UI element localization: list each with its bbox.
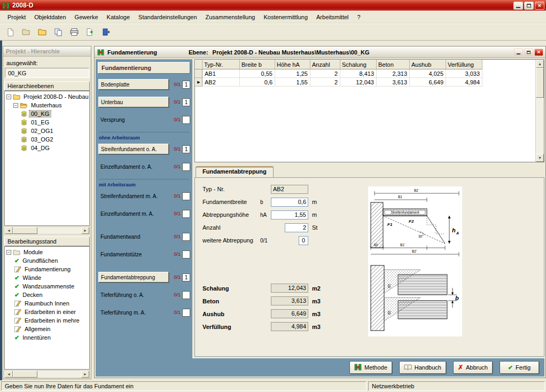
menu-kataloge[interactable]: Kataloge <box>103 12 134 22</box>
tree-expander[interactable]: − <box>13 103 18 108</box>
table-vertical-scrollbar[interactable]: ▲ ▼ <box>535 60 544 162</box>
menu-kostenermittlung[interactable]: Kostenermittlung <box>259 12 312 22</box>
sidebar-item-fundamentabtreppung[interactable]: Fundamentabtreppung <box>98 272 169 283</box>
module-item-erdarbeiten-in-mehre[interactable]: Erdarbeiten in mehre <box>5 316 89 325</box>
minimize-button[interactable] <box>513 2 523 10</box>
table-row[interactable]: ▶AB20,61,55212,0433,6136,6494,984 <box>196 78 482 87</box>
tree-expander[interactable]: − <box>6 95 11 99</box>
tree-item-03-og2[interactable]: 03_OG2 <box>5 135 89 144</box>
tree-item-00-kg[interactable]: 00_KG <box>5 109 89 118</box>
sidebar-value-box[interactable] <box>182 163 190 171</box>
table-row[interactable]: AB10,551,2528,4132,3134,0253,033 <box>196 69 482 78</box>
scroll-down-icon[interactable]: ▼ <box>536 154 544 162</box>
edit-status-header[interactable]: Bearbeitungsstand <box>4 237 90 246</box>
tree-item-01-eg[interactable]: 01_EG <box>5 118 89 127</box>
field-input-anzahl[interactable]: 2 <box>285 223 308 232</box>
sidebar-item-fundamentwand[interactable]: Fundamentwand <box>98 231 169 242</box>
column-header-typ-nr[interactable]: Typ-Nr. <box>202 60 240 69</box>
hierarchy-levels-header[interactable]: Hierarchieebenen <box>4 81 90 91</box>
column-header-breite-b[interactable]: Breite b <box>240 60 275 69</box>
tab-fundamentabtreppung[interactable]: Fundamentabtreppung <box>196 166 274 177</box>
sidebar-item-bodenplatte[interactable]: Bodenplatte <box>98 79 169 90</box>
main-titlebar[interactable]: 2008-D × <box>0 0 546 11</box>
sidebar-value-box[interactable] <box>182 210 190 218</box>
sidebar-item-tieferführung-o-a[interactable]: Tieferführung o. A. <box>98 289 169 300</box>
button-abbruch[interactable]: ✗Abbruch <box>453 361 493 374</box>
module-item-fundamentierung[interactable]: Fundamentierung <box>5 265 89 273</box>
maximize-button[interactable] <box>524 49 533 56</box>
module-item-innentüren[interactable]: ✔Innentüren <box>5 333 89 342</box>
menu-arbeitsmittel[interactable]: Arbeitsmittel <box>312 12 353 22</box>
sidebar-item-einzelfundament-m-a[interactable]: Einzelfundament m. A. <box>98 208 169 219</box>
print-icon[interactable] <box>68 26 80 38</box>
button-handbuch[interactable]: Handbuch <box>399 361 446 374</box>
tree-expander[interactable]: − <box>6 250 11 255</box>
tree-item-module-root[interactable]: −Module <box>5 248 89 256</box>
button-fertig[interactable]: ✔Fertig <box>500 361 539 374</box>
sidebar-value-box[interactable]: 1 <box>182 145 190 153</box>
close-button[interactable]: × <box>535 2 544 10</box>
scrollbar-track[interactable] <box>536 98 544 154</box>
module-item-wandzusammenste[interactable]: ✔Wandzusammenste <box>5 282 89 291</box>
sidebar-value-box[interactable] <box>182 291 190 299</box>
new-document-icon[interactable] <box>4 26 16 38</box>
module-item-decken[interactable]: ✔Decken <box>5 291 89 299</box>
modules-tree-hscrollbar[interactable]: ◄ ► <box>4 370 90 378</box>
module-item-raumbuch-innen[interactable]: Raumbuch Innen <box>5 299 89 308</box>
scroll-left-icon[interactable]: ◄ <box>5 227 13 234</box>
tree-item-projekt-2008-d-neubau[interactable]: −Projekt 2008-D - Neubau <box>5 92 89 101</box>
tree-item-02-og1[interactable]: 02_OG1 <box>5 127 89 135</box>
scrollbar-track[interactable] <box>37 227 81 234</box>
menu-standardeinstellungen[interactable]: Standardeinstellungen <box>134 12 201 22</box>
module-item-allgemein[interactable]: Allgemein <box>5 325 89 333</box>
sidebar-value-box[interactable] <box>182 233 190 241</box>
sidebar-item-streifenfundament-o-a[interactable]: Streifenfundament o. A. <box>98 144 169 154</box>
sidebar-item-unterbau[interactable]: Unterbau <box>98 97 169 107</box>
sidebar-value-box[interactable]: 1 <box>182 98 190 106</box>
hierarchy-tree-hscrollbar[interactable]: ◄ ► <box>4 226 90 234</box>
column-header-anzahl[interactable]: Anzahl <box>310 60 340 69</box>
sidebar-item-streifenfundament-m-a[interactable]: Streifenfundament m. A. <box>98 191 169 201</box>
sidebar-value-box[interactable] <box>182 250 190 258</box>
menu-projekt[interactable]: Projekt <box>3 12 30 22</box>
column-header-schalung[interactable]: Schalung <box>340 60 377 69</box>
sidebar-value-box[interactable] <box>182 309 190 317</box>
column-header-verfüllung[interactable]: Verfüllung <box>446 60 482 69</box>
scroll-left-icon[interactable]: ◄ <box>5 371 13 378</box>
column-header-aushub[interactable]: Aushub <box>410 60 446 69</box>
sidebar-item-fundamentstütze[interactable]: Fundamentstütze <box>98 249 169 260</box>
menu-gewerke[interactable]: Gewerke <box>71 12 103 22</box>
sidebar-value-box[interactable] <box>182 192 190 200</box>
folder-icon[interactable] <box>36 26 48 38</box>
tree-item-04-dg[interactable]: 04_DG <box>5 144 89 152</box>
field-input-abtreppungshöhe[interactable]: 1,55 <box>271 210 308 219</box>
menu-objektdaten[interactable]: Objektdaten <box>30 12 70 22</box>
maximize-button[interactable] <box>524 2 534 10</box>
scroll-up-icon[interactable]: ▲ <box>536 60 544 68</box>
scrollbar-thumb[interactable] <box>536 68 544 98</box>
menu-item[interactable]: ? <box>353 12 365 22</box>
scroll-right-icon[interactable]: ► <box>81 227 89 234</box>
export-icon[interactable] <box>84 26 96 38</box>
close-button[interactable]: × <box>534 49 543 56</box>
sidebar-item-tieferführung-m-a[interactable]: Tieferführung m. A. <box>98 307 169 318</box>
column-header-beton[interactable]: Beton <box>377 60 410 69</box>
tree-item-musterhaus[interactable]: −Musterhaus <box>5 101 89 109</box>
minimize-button[interactable] <box>514 49 523 56</box>
menu-zusammenstellung[interactable]: Zusammenstellung <box>201 12 260 22</box>
button-methode[interactable]: Methode <box>349 361 392 374</box>
copy-icon[interactable] <box>52 26 64 38</box>
module-item-wände[interactable]: ✔Wände <box>5 273 89 282</box>
field-input-weitere-abtreppung[interactable]: 0 <box>299 236 308 245</box>
sidebar-value-box[interactable] <box>182 116 190 124</box>
module-item-erdarbeiten-in-einer[interactable]: Erdarbeiten in einer <box>5 308 89 316</box>
sidebar-value-box[interactable]: 1 <box>182 81 190 89</box>
open-project-icon[interactable] <box>20 26 32 38</box>
module-item-grundflächen[interactable]: ✔Grundflächen <box>5 256 89 265</box>
scrollbar-thumb[interactable] <box>13 371 37 378</box>
scrollbar-track[interactable] <box>37 371 81 378</box>
sidebar-value-box[interactable]: 1 <box>182 273 190 281</box>
sidebar-item-einzelfundament-o-a[interactable]: Einzelfundament o. A. <box>98 161 169 172</box>
sidebar-item-versprung[interactable]: Versprung <box>98 114 169 125</box>
field-input-fundamentbreite[interactable]: 0,6 <box>271 198 308 207</box>
